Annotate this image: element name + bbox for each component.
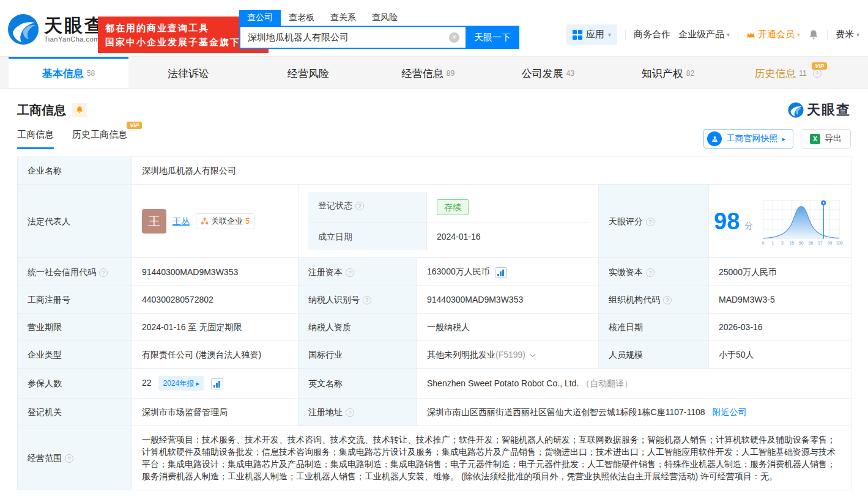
company-name-value: 深圳地瓜机器人有限公司 bbox=[132, 157, 851, 185]
help-icon[interactable]: ? bbox=[363, 296, 371, 304]
score-distribution-chart: 0 1 3 15 50 85 97 99 100 bbox=[758, 196, 844, 247]
clear-icon[interactable]: × bbox=[449, 32, 459, 43]
insured-label: 参保人数 bbox=[18, 369, 132, 399]
subtab-row: 工商信息 VIP 历史工商信息 工商官网快照 ▸ X 导出 bbox=[17, 129, 851, 149]
tab-intellectual-property[interactable]: 知识产权82 bbox=[608, 57, 728, 88]
tab-history-info[interactable]: VIP 历史信息11 ? bbox=[728, 57, 848, 88]
business-scope-value: 一般经营项目：技术服务、技术开发、技术咨询、技术交流、技术转让、技术推广；软件开… bbox=[132, 426, 851, 490]
table-row: 企业名称 深圳地瓜机器人有限公司 bbox=[18, 157, 851, 185]
notifications-bell[interactable] bbox=[808, 29, 819, 40]
business-term-label: 营业期限 bbox=[18, 314, 132, 341]
arrow-right-icon: ▸ bbox=[196, 380, 200, 387]
staff-size-value: 小于50人 bbox=[709, 341, 851, 369]
svg-text:1: 1 bbox=[772, 241, 774, 245]
avatar[interactable]: 王 bbox=[142, 209, 166, 234]
search-tab-risk[interactable]: 查风险 bbox=[364, 10, 406, 26]
site-logo[interactable]: 天眼查 TianYanCha.com bbox=[7, 13, 105, 45]
logo-subtitle: TianYanCha.com bbox=[44, 35, 105, 43]
apps-menu[interactable]: 应用 ▾ bbox=[566, 24, 617, 45]
promo-line1: 都在用的商业查询工具 bbox=[105, 21, 261, 35]
company-type-value: 有限责任公司 (港澳台法人独资) bbox=[132, 341, 299, 369]
help-icon[interactable]: ? bbox=[346, 268, 354, 277]
company-name-label: 企业名称 bbox=[18, 157, 132, 185]
help-icon[interactable]: ? bbox=[346, 408, 354, 417]
legal-rep-label: 法定代表人 bbox=[18, 185, 132, 258]
insured-chart-icon[interactable] bbox=[211, 378, 223, 389]
chevron-down-icon: ▾ bbox=[856, 31, 859, 38]
apps-grid-icon bbox=[573, 30, 582, 40]
taxpayer-id-label: 纳税人识别号? bbox=[299, 286, 417, 314]
search-tab-boss[interactable]: 查老板 bbox=[281, 10, 322, 26]
nav-open-vip[interactable]: 开通会员 ▾ bbox=[746, 29, 800, 40]
search-input[interactable] bbox=[240, 32, 449, 43]
divider bbox=[625, 30, 626, 40]
legal-rep-link[interactable]: 王丛 bbox=[172, 215, 190, 227]
score-cell[interactable]: 98 分 bbox=[709, 185, 851, 258]
subtab-business-info[interactable]: 工商信息 bbox=[17, 129, 54, 149]
score-label: 天眼评分? bbox=[599, 185, 709, 258]
search-button[interactable]: 天眼一下 bbox=[466, 26, 519, 49]
help-icon[interactable]: ? bbox=[355, 202, 364, 210]
org-structure-icon bbox=[201, 217, 209, 225]
reg-capital-value: 163000万人民币 bbox=[427, 267, 490, 276]
paid-capital-value: 25000万人民币 bbox=[709, 258, 851, 286]
help-icon[interactable]: ? bbox=[663, 296, 672, 304]
watermark-text: 天眼查 bbox=[807, 101, 851, 119]
reg-number-label: 工商注册号 bbox=[18, 286, 132, 314]
nav-cooperation[interactable]: 商务合作 bbox=[634, 29, 670, 40]
subtab-history-business-info[interactable]: VIP 历史工商信息 bbox=[72, 129, 127, 149]
divider bbox=[827, 30, 828, 40]
chevron-down-icon[interactable] bbox=[530, 351, 536, 357]
export-button[interactable]: X 导出 bbox=[801, 129, 851, 149]
reg-status-label: 登记状态? bbox=[308, 192, 427, 223]
help-icon[interactable]: ? bbox=[99, 268, 108, 277]
tab-operating-risk[interactable]: 经营风险 bbox=[248, 57, 368, 88]
user-menu[interactable]: 费米 ▾ bbox=[836, 29, 859, 40]
nearby-companies-link[interactable]: 附近公司 bbox=[712, 407, 746, 417]
help-icon[interactable]: ? bbox=[65, 454, 73, 463]
help-icon[interactable]: ? bbox=[813, 69, 822, 78]
tianyancha-logo-icon bbox=[788, 102, 804, 118]
tab-basic-info[interactable]: 基本信息58 bbox=[9, 57, 128, 88]
vip-badge: VIP bbox=[127, 122, 142, 129]
status-badge: 存续 bbox=[437, 199, 469, 215]
svg-text:97: 97 bbox=[818, 241, 823, 245]
tab-legal-litigation[interactable]: 法律诉讼 bbox=[128, 57, 248, 88]
reg-capital-label: 注册资本? bbox=[299, 258, 417, 286]
legal-rep-cell: 王 王丛 关联企业 5 bbox=[132, 185, 299, 258]
staff-size-label: 人员规模 bbox=[599, 341, 709, 369]
table-row: 企业类型 有限责任公司 (港澳台法人独资) 国标行业 其他未列明批发业(F519… bbox=[18, 341, 851, 369]
stamp-icon bbox=[707, 131, 722, 146]
help-icon[interactable]: ? bbox=[646, 218, 655, 226]
org-code-label: 组织机构代码? bbox=[599, 286, 709, 314]
annual-report-badge[interactable]: 2024年报 ▸ bbox=[158, 376, 204, 391]
site-header: 天眼查 TianYanCha.com 都在用的商业查询工具 国家中小企业发展子基… bbox=[0, 0, 868, 56]
username: 费米 bbox=[836, 29, 854, 40]
related-companies-button[interactable]: 关联企业 5 bbox=[196, 213, 254, 229]
tab-operating-info[interactable]: 经营信息89 bbox=[368, 57, 488, 88]
subscribe-bell-button[interactable] bbox=[72, 103, 87, 117]
search-tab-company[interactable]: 查公司 bbox=[239, 10, 281, 26]
reg-authority-value: 深圳市市场监督管理局 bbox=[132, 399, 299, 426]
score-unit: 分 bbox=[744, 219, 753, 232]
capital-chart-icon[interactable] bbox=[495, 267, 507, 278]
svg-text:99: 99 bbox=[828, 241, 833, 245]
credit-code-label: 统一社会信用代码? bbox=[18, 258, 132, 286]
table-row: 登记机关 深圳市市场监督管理局 注册地址? 深圳市南山区西丽街道西丽社区留仙大道… bbox=[18, 399, 851, 426]
search-tab-relation[interactable]: 查关系 bbox=[322, 10, 364, 26]
apps-label: 应用 bbox=[586, 29, 604, 40]
english-name-label: 英文名称 bbox=[299, 369, 417, 399]
table-row: 工商注册号 440300280572802 纳税人识别号? 91440300MA… bbox=[18, 286, 851, 314]
table-row: 参保人数 22 2024年报 ▸ 英文名称 Shenzhen Sweet Pot… bbox=[18, 369, 851, 399]
promo-line2: 国家中小企业发展子基金旗下机构 bbox=[105, 35, 261, 49]
help-icon[interactable]: ? bbox=[646, 268, 655, 277]
search-tabs: 查公司 查老板 查关系 查风险 bbox=[239, 10, 519, 26]
establish-date-value: 2024-01-16 bbox=[427, 223, 588, 250]
nav-enterprise-products[interactable]: 企业级产品 ▾ bbox=[678, 29, 730, 40]
official-snapshot-button[interactable]: 工商官网快照 ▸ bbox=[703, 129, 793, 149]
address-value: 深圳市南山区西丽街道西丽社区留仙大道创智云城1标段1栋C座1107-1108 bbox=[427, 407, 705, 417]
org-code-value: MAD9M3W3-5 bbox=[709, 286, 851, 314]
tab-company-development[interactable]: 公司发展43 bbox=[488, 57, 608, 88]
reg-status-value: 存续 bbox=[427, 192, 588, 223]
search-box: × 天眼一下 bbox=[239, 26, 519, 49]
